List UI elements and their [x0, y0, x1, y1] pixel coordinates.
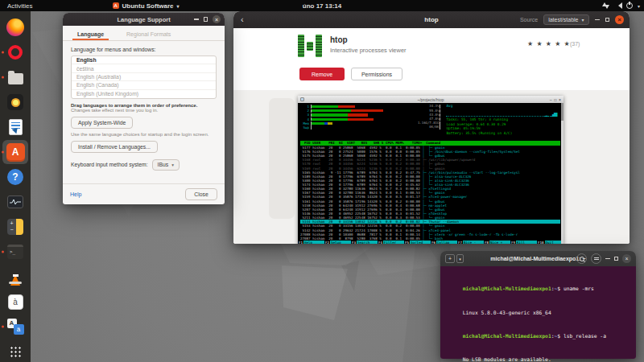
htop-fkey: F10Quit — [537, 241, 564, 244]
dock: A ? +− >_ à Aä — [0, 11, 31, 362]
terminal-icon: >_ — [7, 245, 23, 259]
dock-item-language-support[interactable]: Aä — [2, 315, 28, 339]
remove-button[interactable]: Remove — [299, 68, 345, 80]
htop-process-table: 5177 hisham 20 0 25868 5068 4592 S 0.0 0… — [300, 146, 560, 241]
help-link[interactable]: Help — [70, 191, 81, 197]
screenshot-band: ~/projects/htop – □ × 1 34.3% 2 — [233, 90, 630, 244]
xterm-titlebar: ~/projects/htop – □ × — [298, 96, 564, 103]
language-list-item[interactable]: English (Australia) — [72, 73, 216, 81]
htop-fkey: F4Filter — [378, 241, 404, 244]
dock-item-ubuntu-software[interactable]: A — [2, 140, 28, 164]
htop-fkey: F9Kill — [510, 241, 537, 244]
ime-dropdown[interactable]: IBus ▾ — [152, 159, 180, 171]
terminal-line: No LSB modules are available. — [444, 339, 632, 362]
libreoffice-writer-icon — [9, 119, 23, 135]
htop-meters: 1 34.3% 2 55.8% 3 43.8% 4 — [300, 104, 440, 141]
app-screenshot: ~/projects/htop – □ × 1 34.3% 2 — [298, 96, 564, 244]
close-button[interactable]: × — [615, 15, 624, 24]
ubuntu-software-window: ‹ htop Source latest/stable ▾ × htop Int… — [233, 11, 630, 244]
dock-item-calculator[interactable]: +− — [2, 215, 28, 239]
network-icon — [602, 2, 609, 9]
terminal-content[interactable]: michal@Michal-Multimediaexpo1:~$ uname -… — [440, 266, 636, 359]
htop-meter: Mem 1.16G/7.81G — [300, 121, 440, 125]
terminal-line: michal@Michal-Multimediaexpo1:~$ uname -… — [444, 269, 632, 293]
language-tabs: Language Regional Formats — [63, 26, 225, 41]
app-menu-button[interactable]: A Ubuntu Software ▾ — [108, 0, 184, 11]
running-indicator — [2, 326, 4, 328]
xterm-window-controls: – □ × — [550, 97, 561, 102]
dock-item-firefox[interactable] — [2, 15, 28, 39]
source-dropdown[interactable]: latest/stable ▾ — [543, 14, 588, 25]
chevron-down-icon: ▾ — [171, 162, 174, 167]
minimize-button[interactable] — [605, 258, 610, 259]
search-icon[interactable] — [576, 253, 587, 264]
permissions-button[interactable]: Permissions — [351, 68, 402, 80]
terminal-line: michal@Michal-Multimediaexpo1:~$ lsb_rel… — [444, 316, 632, 339]
maximize-button[interactable] — [614, 257, 619, 261]
top-bar: Activities A Ubuntu Software ▾ úno 17 13… — [0, 0, 644, 11]
language-list-item[interactable]: čeština — [72, 64, 216, 72]
close-button[interactable]: × — [213, 15, 221, 23]
dock-item-characters[interactable]: à — [2, 290, 28, 314]
app-name: htop — [330, 35, 348, 44]
close-button[interactable]: × — [622, 254, 631, 263]
software-window-titlebar[interactable]: ‹ htop Source latest/stable ▾ × — [233, 11, 630, 28]
rating-count: (37) — [570, 41, 580, 47]
menu-icon[interactable] — [591, 253, 601, 264]
system-status-menu[interactable]: ▾ — [602, 0, 640, 11]
dock-item-vlc[interactable] — [2, 265, 28, 289]
xterm-title: ~/projects/htop — [298, 97, 564, 102]
language-list: EnglishčeštinaEnglish (Australia)English… — [71, 56, 217, 99]
maximize-button[interactable] — [605, 18, 610, 23]
language-window-titlebar[interactable]: Language Support × — [63, 13, 225, 26]
dock-item-app-grid[interactable] — [2, 339, 28, 362]
dock-item-libreoffice-writer[interactable] — [2, 115, 28, 139]
close-dialog-button[interactable]: Close — [185, 188, 217, 200]
tab-language[interactable]: Language — [69, 31, 112, 40]
rhythmbox-icon — [7, 94, 23, 110]
htop-fkey: F2Setup — [324, 241, 351, 244]
running-indicator — [2, 51, 4, 54]
chevron-down-icon: ▾ — [638, 3, 640, 9]
dock-item-files[interactable] — [2, 65, 28, 89]
help-icon: ? — [7, 169, 23, 185]
htop-fkey: F6Collap — [431, 241, 457, 244]
power-icon — [626, 2, 633, 9]
characters-icon: à — [8, 294, 23, 310]
firefox-icon — [6, 19, 24, 36]
apply-system-wide-button[interactable]: Apply System-Wide — [71, 117, 133, 129]
htop-fkey: F1Help — [298, 241, 324, 244]
source-label: Source — [520, 17, 538, 23]
calculator-icon: +− — [7, 219, 23, 235]
htop-avg-graph: ▁▂▁ ▁▅██ — [446, 108, 557, 117]
language-list-item[interactable]: English (United Kingdom) — [72, 90, 216, 98]
dock-item-help[interactable]: ? — [2, 165, 28, 189]
terminal-window: + ▾ michal@Michal-Multimediaexpo1: ~ × m… — [440, 251, 636, 359]
language-list-item[interactable]: English (Canada) — [72, 81, 216, 89]
opera-icon — [8, 45, 23, 60]
install-remove-languages-button[interactable]: Install / Remove Languages... — [71, 141, 158, 153]
dock-item-rhythmbox[interactable] — [2, 90, 28, 114]
system-monitor-icon — [7, 195, 23, 208]
dock-item-terminal[interactable]: >_ — [2, 240, 28, 264]
dock-item-system-monitor[interactable] — [2, 190, 28, 214]
ubuntu-software-icon: A — [6, 143, 25, 162]
htop-meter: 1 34.3% — [300, 105, 440, 109]
htop-fkey: F8Nice + — [484, 241, 510, 244]
language-list-item[interactable]: English — [72, 56, 216, 64]
ubuntu-software-mini-icon: A — [113, 2, 119, 9]
maximize-button[interactable] — [204, 17, 208, 22]
xterm-scrollbar — [561, 103, 564, 244]
htop-stat-line: Battery: 35.5% (Running on A/C) — [446, 131, 560, 136]
htop-meter: 2 55.8% — [300, 109, 440, 113]
minimize-button[interactable] — [194, 19, 199, 19]
clock[interactable]: úno 17 13:14 — [303, 2, 341, 10]
tab-regional-formats[interactable]: Regional Formats — [118, 31, 179, 40]
minimize-button[interactable] — [595, 19, 600, 20]
htop-fkey: F7Nice - — [457, 241, 484, 244]
htop-stats: Tasks: 55, 105 thr; 3 runningLoad averag… — [446, 117, 560, 135]
activities-button[interactable]: Activities — [0, 0, 40, 11]
language-support-window: Language Support × Language Regional For… — [63, 13, 225, 204]
dock-item-opera[interactable] — [2, 40, 28, 64]
terminal-titlebar[interactable]: + ▾ michal@Michal-Multimediaexpo1: ~ × — [440, 251, 636, 266]
